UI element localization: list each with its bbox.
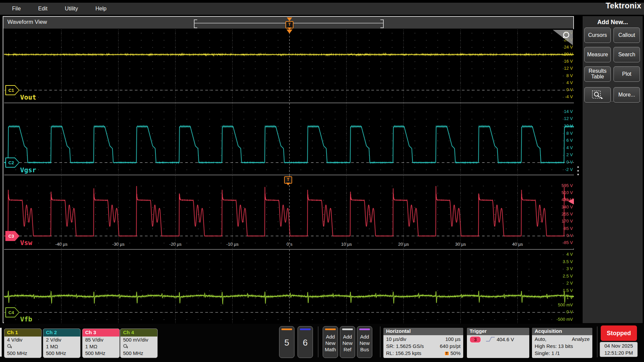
axis-tick-label: 10 V (539, 123, 573, 128)
axis-tick-label: 1 V (539, 295, 573, 300)
menu-utility[interactable]: Utility (65, 6, 78, 12)
acquisition-panel[interactable]: Acquisition Auto,Analyze High Res: 13 bi… (532, 328, 592, 358)
ch2-coupling: 1 MΩ (46, 343, 80, 350)
measure-button[interactable]: Measure (584, 47, 611, 62)
add-new-title: Add New... (583, 19, 643, 26)
axis-tick-label: 4 V (539, 252, 573, 257)
search-button[interactable]: Search (613, 47, 640, 62)
channel-name-vgsr: Vgsr (20, 166, 36, 174)
axis-tick-label: 425 V (539, 197, 573, 202)
axis-tick-label: 6 V (539, 138, 573, 143)
ch2-badge[interactable]: Ch 2 2 V/div 1 MΩ 500 MHz (43, 328, 80, 358)
overview-trigger-t-flag[interactable]: T (285, 21, 293, 28)
axis-tick-label: 8 V (539, 131, 573, 136)
ch1-bandwidth: 500 MHz (7, 350, 41, 357)
trigger-panel[interactable]: Trigger 3 404.6 V (467, 328, 529, 358)
ch4-coupling (123, 343, 157, 350)
ch6-button[interactable]: 6 (298, 326, 313, 358)
acquisition-analyze: Analyze (572, 336, 590, 343)
axis-tick-label: -2 V (539, 167, 573, 172)
axis-tick-label: 8 V (539, 73, 573, 78)
axis-tick-label: 2 V (539, 281, 573, 286)
channel-name-vfb: Vfb (20, 315, 32, 323)
axis-tick-label: 20 V (539, 52, 573, 57)
acquisition-detail: High Res: 13 bits (535, 343, 573, 350)
graticule-ch4[interactable] (4, 250, 574, 323)
trigger-position-icon[interactable] (286, 29, 292, 34)
channel-name-vsw: Vsw (20, 239, 32, 247)
graticule-slice-svg (4, 175, 574, 249)
graticule-ch2[interactable] (4, 103, 574, 175)
ch3-coupling: 1 MΩ (85, 343, 119, 350)
date-label: 04 Nov 2025 (600, 342, 637, 349)
axis-tick-label: 4 V (539, 80, 573, 85)
menu-file[interactable]: File (12, 6, 21, 12)
results-table-button[interactable]: Results Table (584, 66, 611, 82)
trigger-t-flag[interactable]: T (284, 176, 292, 184)
ch3-badge[interactable]: Ch 3 85 V/div 1 MΩ 500 MHz (82, 328, 120, 358)
add-new-bus-button[interactable]: AddNewBus (357, 326, 372, 358)
menu-help[interactable]: Help (95, 6, 106, 12)
more-button[interactable]: More... (613, 87, 640, 103)
callout-button[interactable]: Callout (613, 27, 640, 43)
overview-left-bracket[interactable] (194, 19, 197, 28)
time-tick-label: 10 µs (331, 242, 362, 247)
horizontal-window: 100 µs (445, 336, 461, 343)
add-new-ref-button[interactable]: AddNewRef (340, 326, 355, 358)
channel-name-vout: Vout (20, 93, 36, 101)
ch5-button[interactable]: 5 (279, 326, 294, 358)
graticule-slice-svg (4, 250, 574, 323)
math-accent (325, 328, 336, 330)
time-label: 12:51:20 PM (600, 349, 637, 356)
trigger-title: Trigger (467, 328, 529, 335)
axis-tick-label: 0 V (539, 309, 573, 314)
ch3-scale: 85 V/div (85, 337, 119, 343)
horizontal-position: 50% (450, 350, 461, 356)
time-tick-label: 30 µs (445, 242, 476, 247)
waveform-view-panel[interactable]: Waveform View T 32 V28 V24 V20 V16 V12 V… (3, 16, 574, 323)
time-tick-label: 20 µs (388, 242, 419, 247)
ch4-badge[interactable]: Ch 4 500 mV/div 500 MHz (120, 328, 158, 358)
time-tick-label: 40 µs (502, 242, 533, 247)
axis-tick-label: 16 V (539, 59, 573, 64)
graticule-slice-svg (4, 29, 574, 103)
add-new-math-label: AddNewMath (323, 334, 338, 353)
trigger-source-badge: 3 (470, 336, 481, 343)
axis-tick-label: 3.5 V (539, 259, 573, 264)
graticule-ch3[interactable] (4, 175, 574, 249)
ch4-badge-header: Ch 4 (120, 329, 157, 337)
menu-edit[interactable]: Edit (38, 6, 48, 12)
left-drawer-handle[interactable] (0, 328, 2, 357)
axis-tick-label: 595 V (539, 183, 573, 188)
panel-splitter-grip[interactable] (577, 166, 579, 178)
add-new-bus-label: AddNewBus (357, 334, 372, 353)
axis-tick-label: 4 V (539, 145, 573, 150)
ch4-scale: 500 mV/div (123, 337, 157, 343)
footer-separator (380, 326, 380, 357)
horizontal-resolution: 640 ps/pt (440, 343, 461, 350)
graticule-ch1[interactable] (4, 29, 574, 103)
axis-tick-label: 340 V (539, 204, 573, 209)
time-tick-label: -40 µs (46, 242, 76, 247)
acquisition-mode: Auto, (535, 336, 546, 343)
plot-button[interactable]: Plot (613, 66, 640, 82)
cursors-button[interactable]: Cursors (584, 27, 611, 43)
axis-tick-label: 2.5 V (539, 274, 573, 279)
run-state-button[interactable]: Stopped (601, 325, 637, 341)
axis-tick-label: 510 V (539, 190, 573, 195)
axis-tick-label: 24 V (539, 45, 573, 50)
overview-trigger-marker-icon[interactable] (287, 17, 292, 21)
overview-right-bracket[interactable] (380, 19, 384, 28)
ch1-badge[interactable]: Ch 1 4 V/div 500 MHz (4, 328, 42, 358)
ch3-bandwidth: 500 MHz (85, 350, 119, 357)
horizontal-panel[interactable]: Horizontal 10 µs/div100 µs SR: 1.5625 GS… (383, 328, 463, 358)
acquisition-single: Single: 1 /1 (535, 350, 560, 357)
bus-accent (359, 328, 370, 330)
zoom-select-icon (591, 90, 604, 100)
add-new-math-button[interactable]: AddNewMath (323, 326, 338, 358)
horizontal-scale: 10 µs/div (386, 336, 406, 343)
time-tick-label: 0 s (274, 242, 305, 247)
add-new-sidebar: Add New... Cursors Callout Measure Searc… (583, 16, 643, 323)
zoom-mode-button[interactable] (584, 87, 611, 103)
ch2-bandwidth: 500 MHz (46, 350, 80, 357)
